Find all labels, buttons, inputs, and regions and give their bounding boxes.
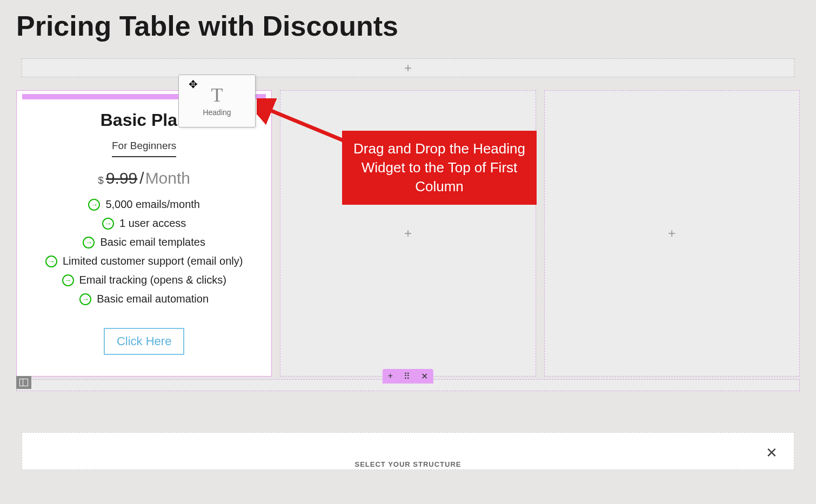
feature-item: Limited customer support (email only)	[22, 255, 266, 267]
structure-label: SELECT YOUR STRUCTURE	[355, 460, 461, 468]
plus-icon: +	[404, 61, 412, 76]
arrow-circle-icon	[102, 218, 114, 230]
feature-list: 5,000 emails/month 1 user access Basic e…	[22, 198, 266, 305]
plus-icon: +	[668, 226, 675, 241]
price-period: Month	[145, 169, 190, 187]
feature-item: Basic email templates	[22, 236, 266, 248]
drag-section-handle[interactable]: ⠿	[398, 369, 416, 384]
arrow-circle-icon	[79, 293, 91, 305]
arrow-circle-icon	[83, 237, 95, 248]
add-section-top[interactable]: +	[22, 58, 794, 77]
page-title: Pricing Table with Discounts	[0, 0, 816, 48]
feature-item: Basic email automation	[22, 293, 266, 305]
currency-symbol: $	[98, 174, 104, 186]
pricing-card: Basic Plan For Beginners $ 9.99 / Month …	[17, 99, 271, 371]
price-separator: /	[139, 169, 144, 187]
arrow-circle-icon	[62, 274, 74, 286]
panel-icon	[19, 379, 28, 386]
cta-button[interactable]: Click Here	[104, 328, 184, 355]
arrow-circle-icon	[88, 199, 100, 211]
section-controls: + ⠿ ✕	[383, 369, 433, 384]
heading-widget-drag[interactable]: ✥ T Heading	[178, 75, 256, 127]
column-1[interactable]: Basic Plan For Beginners $ 9.99 / Month …	[16, 90, 272, 377]
column-3[interactable]: +	[544, 90, 800, 377]
close-structure-button[interactable]: ✕	[766, 445, 778, 461]
plus-icon: +	[404, 226, 412, 241]
plan-subtitle: For Beginners	[112, 140, 176, 157]
arrow-circle-icon	[45, 256, 57, 267]
delete-section-button[interactable]: ✕	[416, 369, 433, 384]
price-amount: 9.99	[106, 169, 137, 187]
feature-item: 5,000 emails/month	[22, 198, 266, 211]
annotation-arrow	[257, 98, 351, 147]
widget-label: Heading	[203, 108, 231, 117]
structure-picker[interactable]: SELECT YOUR STRUCTURE ✕	[22, 432, 794, 470]
add-section-button[interactable]: +	[383, 369, 398, 384]
heading-icon: T	[211, 85, 223, 105]
price-row: $ 9.99 / Month	[22, 169, 266, 187]
move-cursor-icon: ✥	[189, 78, 198, 91]
annotation-tooltip: Drag and Drop the Heading Widget to the …	[342, 131, 537, 205]
panel-toggle-button[interactable]	[16, 376, 31, 389]
feature-item: Email tracking (opens & clicks)	[22, 274, 266, 286]
feature-item: 1 user access	[22, 217, 266, 230]
svg-line-1	[265, 108, 346, 142]
